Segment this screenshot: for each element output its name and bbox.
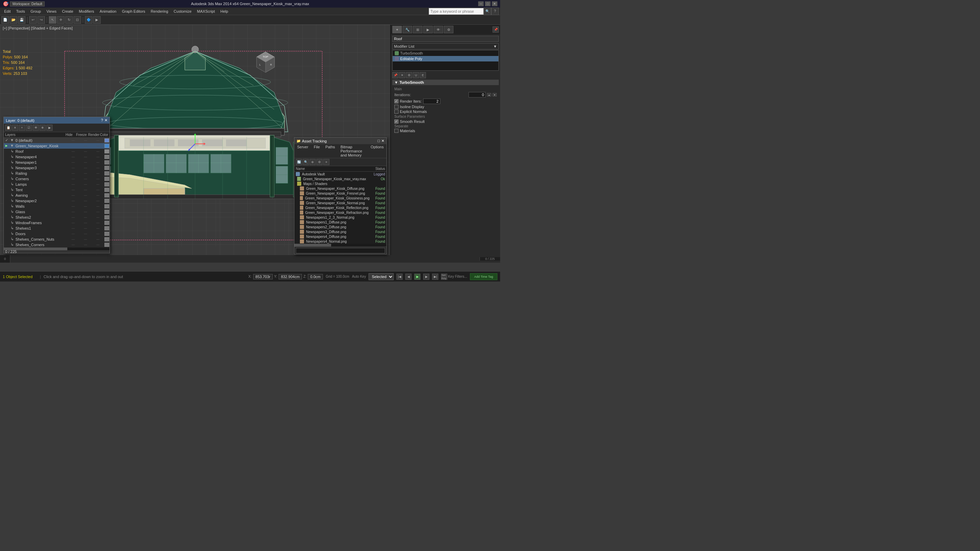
layer-expand-icon-kiosk[interactable]: ▼ [9, 143, 15, 148]
layer-item-shelves-corners-nuts[interactable]: ↳ Shelves_Corners_Nuts — — — [4, 237, 110, 242]
asset-list[interactable]: Autodesk Vault Logged Green_Newspaper_Ki… [294, 171, 387, 244]
layer-color-kiosk[interactable] [104, 144, 109, 148]
menu-rendering[interactable]: Rendering [148, 9, 171, 14]
layer-dialog-help-button[interactable]: ? [101, 118, 103, 122]
asset-scrollbar-thumb[interactable] [294, 244, 331, 246]
turbosmooth-section-header[interactable]: ▼ TurboSmooth [392, 79, 499, 85]
asset-menu-server[interactable]: Server [296, 145, 310, 157]
render-iters-checkbox[interactable]: ✓ [395, 99, 398, 103]
menu-group[interactable]: Group [28, 9, 44, 14]
layer-select-button[interactable]: ☑ [26, 125, 32, 131]
isoline-checkbox[interactable] [395, 105, 398, 109]
layer-item-newspaper1[interactable]: ↳ Newspaper1 — — — [4, 160, 110, 165]
asset-find-button[interactable]: 🔍 [302, 159, 309, 165]
asset-tracking-close-button[interactable]: ✕ [381, 139, 384, 143]
explicit-normals-checkbox[interactable] [395, 110, 398, 114]
modifier-dropdown-arrow[interactable]: ▼ [493, 44, 497, 48]
render-setup-button[interactable]: 🔷 [85, 16, 92, 24]
tab-hierarchy[interactable]: ⊞ [413, 26, 423, 33]
layer-render-all-button[interactable]: ▶ [46, 125, 52, 131]
object-name-field[interactable] [392, 36, 499, 42]
asset-item-max-file[interactable]: Green_Newspaper_Kiosk_max_vray.max Ok [294, 176, 387, 181]
show-end-result-button[interactable]: E [420, 72, 426, 78]
close-button[interactable]: ✕ [492, 2, 497, 6]
layer-dialog-titlebar[interactable]: Layer: 0 (default) ? ✕ [4, 117, 110, 124]
next-button[interactable]: ▶ [423, 274, 430, 280]
layer-item-newspaper4[interactable]: ↳ Newspaper4 — — — [4, 154, 110, 160]
layer-freeze-kiosk[interactable]: — [80, 144, 92, 148]
asset-menu-paths[interactable]: Paths [324, 145, 336, 157]
asset-path-input[interactable] [296, 248, 385, 253]
tab-motion[interactable]: ▶ [423, 26, 433, 33]
play-button[interactable]: ▶ [414, 274, 420, 280]
layer-add-selected-button[interactable]: + [19, 125, 25, 131]
menu-help[interactable]: Help [218, 9, 231, 14]
asset-item-refraction[interactable]: Green_Newspaper_Kiosk_Refraction.png Fou… [294, 210, 387, 215]
layer-item-windowframes[interactable]: ↳ WindowFrames — — — [4, 220, 110, 225]
asset-tracking-restore-button[interactable]: □ [377, 139, 380, 143]
asset-item-np1-diffuse[interactable]: Newspapers1_Diffuse.png Found [294, 220, 387, 224]
configure-modifier-button[interactable]: ⚙ [406, 72, 412, 78]
asset-merge-button[interactable]: ⊕ [310, 159, 316, 165]
asset-item-np3-diffuse[interactable]: Newspapers3_Diffuse.png Found [294, 229, 387, 234]
new-scene-button[interactable]: 📄 [2, 16, 9, 24]
rotate-button[interactable]: ↻ [65, 16, 73, 24]
layer-render-kiosk[interactable]: — [92, 144, 104, 148]
layer-render-0[interactable]: — [92, 139, 104, 142]
iterations-input[interactable] [469, 92, 486, 97]
layer-item-tent[interactable]: ↳ Tent — — — [4, 187, 110, 192]
tab-display[interactable]: 👁 [433, 26, 443, 33]
asset-view-button[interactable]: ≡ [323, 159, 329, 165]
layer-h-scrollbar[interactable] [4, 248, 110, 250]
layer-item-glass[interactable]: ↳ Glass — — — [4, 209, 110, 214]
minimize-button[interactable]: ─ [478, 2, 484, 6]
layer-hide-roof[interactable]: — [67, 150, 80, 153]
asset-item-diffuse[interactable]: Green_Newspaper_Kiosk_Diffuse.png Found [294, 186, 387, 191]
layer-item-doors[interactable]: ↳ Doors — — — [4, 231, 110, 237]
smooth-result-checkbox[interactable]: ✓ [395, 119, 398, 124]
menu-create[interactable]: Create [59, 9, 76, 14]
materials-checkbox[interactable] [395, 129, 398, 133]
tab-utilities[interactable]: ⚙ [444, 26, 453, 33]
asset-menu-bitmap[interactable]: Bitmap Performance and Memory [339, 145, 366, 157]
layer-color-np1[interactable] [104, 160, 109, 164]
prev-frame-button[interactable]: |◀ [396, 274, 402, 280]
asset-item-reflection[interactable]: Green_Newspaper_Kiosk_Reflection.png Fou… [294, 205, 387, 210]
menu-graph-editors[interactable]: Graph Editors [119, 9, 148, 14]
layer-dialog-close-button[interactable]: ✕ [104, 118, 108, 122]
asset-item-np123-normal[interactable]: Newspapers1_2_3_Normal.png Found [294, 215, 387, 220]
iterations-up[interactable]: ▲ [487, 93, 491, 97]
modifier-turbosmooth[interactable]: TurboSmooth [393, 51, 498, 56]
asset-item-fresnel[interactable]: Green_Newspaper_Kiosk_Fresnel.png Found [294, 191, 387, 196]
asset-tracking-titlebar[interactable]: 📁 Asset Tracking □ ✕ [294, 138, 387, 144]
scale-button[interactable]: ⊡ [73, 16, 81, 24]
layer-freeze-roof[interactable]: — [80, 150, 92, 153]
menu-tools[interactable]: Tools [13, 9, 28, 14]
asset-menu-file[interactable]: File [312, 145, 321, 157]
asset-item-np4-normal[interactable]: Newspapers4_Normal.png Found [294, 239, 387, 244]
asset-menu-options[interactable]: Options [369, 145, 385, 157]
tab-create[interactable]: ✦ [392, 26, 402, 33]
menu-maxscript[interactable]: MAXScript [194, 9, 218, 14]
menu-animation[interactable]: Animation [97, 9, 119, 14]
next-frame-button[interactable]: ▶| [432, 274, 438, 280]
layer-item-roof[interactable]: ↳ Roof — — — [4, 149, 110, 154]
make-unique-button[interactable]: U [413, 72, 419, 78]
help-button[interactable]: ? [491, 8, 499, 15]
prev-button[interactable]: ◀ [405, 274, 412, 280]
layer-item-awning[interactable]: ↳ Awning — — — [4, 192, 110, 198]
asset-scrollbar[interactable] [294, 244, 387, 246]
layer-item-newspaper3[interactable]: ↳ Newspaper3 — — — [4, 165, 110, 171]
remove-modifier-button[interactable]: ✕ [399, 72, 405, 78]
layer-color-roof[interactable] [104, 149, 109, 154]
layer-render-roof[interactable]: — [92, 150, 104, 153]
asset-item-np4-diffuse[interactable]: Newspapers4_Diffuse.png Found [294, 234, 387, 239]
selection-filter-dropdown[interactable]: Selected [369, 273, 394, 280]
pin-stack-button[interactable]: 📌 [392, 72, 398, 78]
asset-refresh-button[interactable]: 🔄 [296, 159, 302, 165]
layer-list[interactable]: ✓ ▼ 0 (default) — — — ► ▼ Green_Newspape… [4, 138, 110, 248]
asset-item-normal[interactable]: Green_Newspaper_Kiosk_Normal.png Found [294, 200, 387, 205]
layer-item-corners[interactable]: ↳ Corners — — — [4, 176, 110, 182]
asset-item-glossiness[interactable]: Green_Newspaper_Kiosk_Glossiness.png Fou… [294, 196, 387, 200]
layer-delete-button[interactable]: ✕ [12, 125, 18, 131]
